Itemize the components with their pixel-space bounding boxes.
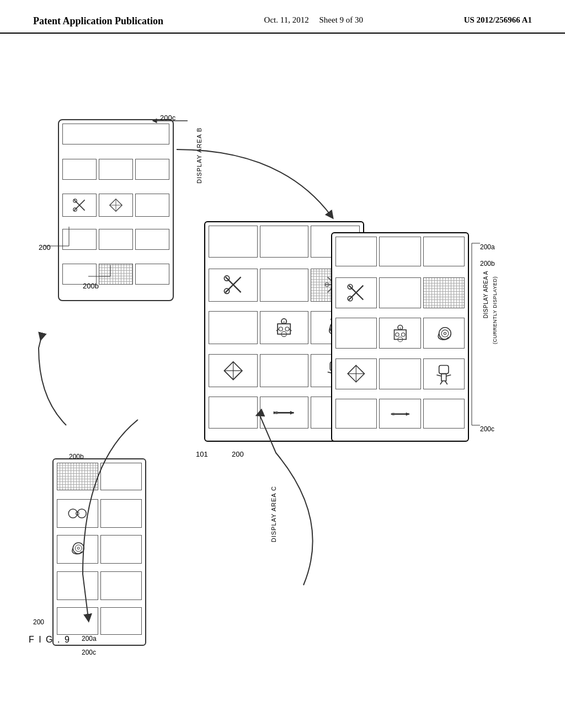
r-r3c2 — [379, 318, 420, 349]
figure-area: 200c 200 200b — [0, 34, 565, 712]
r-r1c2 — [379, 237, 420, 266]
sword-icon — [265, 400, 303, 425]
svg-rect-68 — [439, 366, 449, 374]
circles-icon — [61, 502, 93, 524]
svg-line-73 — [445, 381, 447, 384]
label-200c-topleft: 200c — [160, 114, 175, 122]
bl-r3c2 — [100, 535, 142, 564]
cell-r1c1 — [62, 124, 169, 144]
svg-marker-75 — [406, 412, 409, 415]
cell-r5c3 — [135, 264, 169, 285]
machine-icon — [265, 315, 303, 340]
bottom-left-device — [52, 458, 146, 646]
diamond-icon — [103, 196, 129, 214]
sheet-number: Sheet 9 of 30 — [319, 15, 363, 24]
scissors-icon-c — [214, 272, 252, 297]
c-r2c1 — [209, 269, 258, 302]
svg-line-70 — [436, 375, 441, 376]
svg-line-72 — [440, 381, 443, 384]
svg-rect-56 — [394, 330, 406, 339]
r-r2c1 — [335, 277, 377, 308]
svg-point-59 — [395, 333, 398, 336]
c-r1c1 — [209, 226, 258, 258]
patent-number: US 2012/256966 A1 — [464, 15, 532, 25]
scissors-r — [340, 281, 372, 304]
svg-rect-50 — [275, 411, 278, 414]
svg-rect-76 — [392, 413, 394, 415]
label-200b-bottom: 200b — [69, 453, 84, 461]
svg-point-81 — [77, 509, 86, 518]
c-r1c2 — [260, 226, 309, 258]
c-r2c2 — [260, 269, 309, 302]
label-display-a: DISPLAY AREA A — [483, 271, 489, 318]
arrow-back-left — [33, 331, 77, 442]
label-display-b: DISPLAY AREA B — [196, 127, 202, 184]
publication-title: Patent Application Publication — [33, 15, 163, 27]
character-r — [428, 362, 460, 386]
c-r3c2 — [260, 311, 309, 344]
r-r4c3 — [423, 358, 465, 389]
svg-rect-24 — [278, 324, 290, 334]
bl-r2c2 — [100, 499, 142, 528]
r-r1c3 — [423, 237, 465, 266]
svg-point-83 — [73, 543, 84, 554]
label-200b-topleft: 200b — [83, 282, 99, 290]
r-r5c3 — [423, 399, 465, 429]
r-r4c2 — [379, 358, 420, 389]
svg-rect-69 — [441, 374, 446, 381]
svg-point-28 — [285, 327, 289, 331]
label-currently-displayed: (CURRENTLY DISPLAYED) — [492, 276, 498, 344]
label-200a-bottom: 200a — [82, 635, 97, 643]
label-101: 101 — [196, 450, 208, 458]
bl-r4c2 — [100, 571, 142, 600]
machine-r — [384, 322, 417, 345]
svg-marker-49 — [290, 411, 294, 415]
sword-r — [384, 403, 417, 426]
cell-r2c1 — [62, 159, 97, 180]
svg-point-64 — [444, 332, 446, 334]
label-display-c: DISPLAY AREA C — [270, 486, 277, 542]
bl-r3c1 — [57, 535, 98, 564]
bl-r5c2 — [100, 607, 142, 635]
cell-r4c3 — [135, 229, 169, 250]
label-200c-right: 200c — [480, 425, 494, 433]
c-r3c1 — [209, 311, 258, 344]
cell-r2c2 — [99, 159, 133, 180]
r-r1c1 — [335, 237, 377, 266]
cell-r4c1 — [62, 229, 97, 250]
label-200-topleft: 200 — [39, 243, 51, 251]
svg-point-85 — [77, 547, 79, 549]
label-200b-right: 200b — [480, 260, 495, 267]
svg-point-27 — [279, 327, 283, 331]
cell-r2c3 — [135, 159, 169, 180]
label-200-center: 200 — [232, 450, 244, 458]
svg-point-60 — [401, 333, 404, 336]
bl-r4c1 — [57, 571, 98, 600]
c-r5c2 — [260, 397, 309, 429]
sheet-info: Oct. 11, 2012 Sheet 9 of 30 — [264, 15, 363, 25]
date: Oct. 11, 2012 — [264, 15, 309, 24]
svg-point-84 — [75, 545, 82, 552]
c-r5c1 — [209, 397, 258, 429]
label-200c-bottom: 200c — [82, 649, 96, 656]
diamond-icon-c — [214, 358, 252, 383]
cell-r3c2 — [99, 194, 133, 217]
scissors-icon — [66, 196, 93, 214]
svg-point-80 — [68, 509, 77, 518]
bl-r1c1 — [57, 463, 98, 490]
page-header: Patent Application Publication Oct. 11, … — [0, 0, 565, 34]
right-device — [331, 232, 469, 442]
diamond-r — [340, 362, 372, 386]
cell-r5c2-selected — [99, 264, 133, 285]
c-r4c1 — [209, 354, 258, 387]
cell-r3c3 — [135, 194, 169, 217]
label-200-bottom: 200 — [33, 618, 44, 626]
bl-r1c2 — [100, 463, 142, 490]
r-r3c3 — [423, 318, 465, 349]
svg-point-63 — [441, 330, 449, 337]
top-left-device — [58, 119, 174, 301]
figure-label: F I G . 9 — [29, 635, 71, 645]
cell-r3c1 — [62, 194, 97, 217]
cell-r4c2 — [99, 229, 133, 250]
bl-r5c1 — [57, 607, 98, 635]
